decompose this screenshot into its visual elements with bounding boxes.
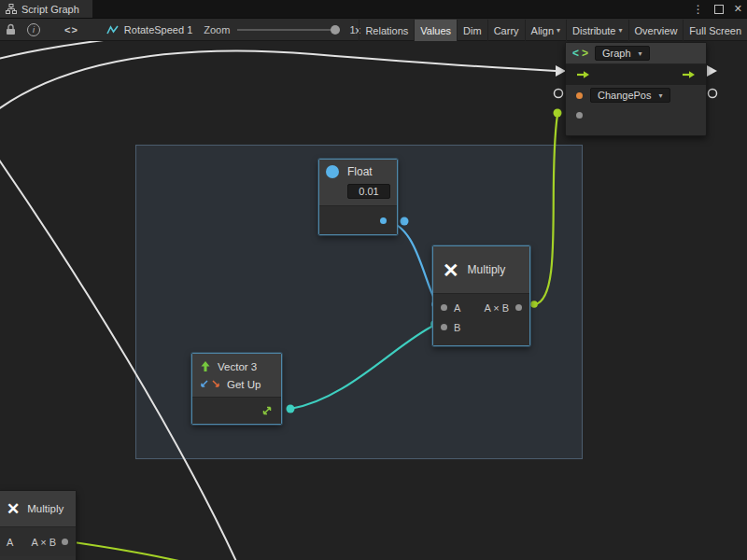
value-input-port[interactable]: [576, 112, 583, 119]
graph-scope-dropdown[interactable]: Graph ▾: [595, 46, 650, 61]
zoom-label: Zoom: [204, 24, 230, 35]
variable-name-label: ChangePos: [598, 90, 652, 101]
toolbar-left-group: i <> RotateSpeed 1 Zoom 1x: [0, 23, 360, 36]
multiply-icon: ✕: [7, 501, 20, 517]
output-label: A × B: [31, 537, 56, 548]
vector3-output-port[interactable]: [261, 405, 273, 416]
tab-title: Script Graph: [21, 4, 79, 15]
tab-script-graph[interactable]: Script Graph: [0, 0, 92, 18]
graph-scope-label: Graph: [602, 48, 631, 59]
graph-tab-icon: [6, 4, 17, 14]
multiply-node-title: Multiply: [468, 263, 506, 276]
vector3-node-header: Vector 3 Get Up: [192, 354, 281, 398]
distribute-dropdown[interactable]: Distribute▾: [566, 20, 627, 41]
input-a-label: A: [7, 537, 13, 548]
zoom-slider-knob[interactable]: [331, 25, 340, 35]
float-type-icon: [326, 165, 339, 178]
multiply2-node-header: ✕ Multiply: [0, 491, 76, 527]
variable-input-port[interactable]: [576, 92, 583, 99]
graph-toolbar: i <> RotateSpeed 1 Zoom 1x Relations Val…: [0, 18, 747, 41]
maximize-icon[interactable]: [714, 5, 724, 14]
window-controls: ⋮ ✕: [693, 0, 742, 18]
multiply-node-header: ✕ Multiply: [433, 246, 529, 294]
float-node-header: Float 0.01: [319, 160, 397, 206]
multiply2-node-title: Multiply: [27, 503, 63, 514]
title-bar: Script Graph ⋮ ✕: [0, 0, 747, 18]
distribute-label: Distribute: [572, 25, 615, 36]
get-arrow-down-left-icon: [200, 380, 208, 388]
values-label: Values: [420, 25, 451, 36]
chevron-down-icon: ▾: [557, 26, 560, 35]
wire-knob[interactable]: [287, 405, 295, 413]
unconnected-port-icon[interactable]: [555, 90, 563, 98]
fullscreen-button[interactable]: Full Screen: [683, 20, 747, 41]
up-arrow-icon: [200, 360, 211, 372]
code-icon: <: [572, 47, 579, 60]
vector3-node-ports: [192, 398, 281, 424]
lock-icon[interactable]: [6, 23, 16, 35]
code-icon[interactable]: <>: [64, 24, 78, 35]
toolbar-buttons: Relations Values Dim Carry Align▾ Distri…: [359, 20, 747, 41]
float-output-port[interactable]: [380, 217, 387, 224]
port-row-b: B: [433, 317, 529, 337]
float-value-field[interactable]: 0.01: [347, 184, 390, 199]
relations-label: Relations: [365, 25, 408, 36]
graph-variable-node[interactable]: < > Graph ▾ ChangePos ▾: [565, 42, 707, 136]
carry-label: Carry: [494, 25, 519, 36]
port-row-a: A A × B: [433, 298, 529, 317]
input-port-a[interactable]: [441, 304, 447, 311]
close-icon[interactable]: ✕: [734, 3, 742, 15]
multiply-node-body: A A × B B: [433, 294, 529, 345]
graph-breadcrumb[interactable]: RotateSpeed 1: [106, 24, 192, 35]
graph-node-value-row: [566, 105, 706, 124]
wire-knob[interactable]: [530, 301, 538, 308]
flow-in-arrow-icon[interactable]: [576, 70, 590, 79]
values-button[interactable]: Values: [414, 20, 457, 41]
overview-label: Overview: [635, 25, 678, 36]
align-dropdown[interactable]: Align▾: [525, 20, 566, 41]
variable-dropdown[interactable]: ChangePos ▾: [590, 88, 670, 103]
info-icon[interactable]: i: [27, 23, 40, 36]
output-port[interactable]: [515, 304, 522, 311]
overview-button[interactable]: Overview: [628, 20, 684, 41]
graph-canvas[interactable]: Float 0.01 ✕ Multiply A A × B: [0, 41, 747, 560]
vector3-get-up-node[interactable]: Vector 3 Get Up: [191, 353, 282, 425]
dim-label: Dim: [463, 25, 482, 36]
flow-wire-to-graph-node[interactable]: [0, 50, 556, 112]
input-port-b[interactable]: [441, 324, 447, 330]
relations-button[interactable]: Relations: [359, 20, 414, 41]
fullscreen-label: Full Screen: [689, 25, 741, 36]
float-node-title: Float: [347, 165, 373, 178]
carry-button[interactable]: Carry: [487, 20, 525, 41]
input-a-label: A: [454, 302, 460, 314]
zoom-slider[interactable]: [237, 29, 340, 31]
flow-out-arrow-icon[interactable]: [682, 70, 696, 79]
window-menu-icon[interactable]: ⋮: [693, 4, 704, 15]
dim-button[interactable]: Dim: [457, 20, 487, 41]
wire-multiply-to-changepos[interactable]: [535, 115, 557, 304]
wire-knob[interactable]: [554, 109, 562, 118]
unconnected-port-icon[interactable]: [709, 90, 717, 98]
vector3-node-title: Vector 3: [218, 361, 257, 372]
flow-wire-top-left[interactable]: [0, 41, 118, 60]
flow-output-arrow-icon: [707, 65, 717, 77]
output-label: A × B: [484, 302, 509, 314]
chevron-down-icon: ▾: [639, 49, 642, 58]
vector3-node-subtitle: Get Up: [227, 379, 261, 390]
graph-asset-icon: [106, 24, 119, 35]
wire-multiply2-output[interactable]: [67, 541, 213, 560]
float-node[interactable]: Float 0.01: [318, 159, 398, 235]
output-port[interactable]: [62, 539, 68, 545]
graph-breadcrumb-label: RotateSpeed 1: [124, 24, 192, 35]
graph-node-header: < > Graph ▾: [566, 43, 706, 64]
script-graph-window: Script Graph ⋮ ✕ i <> RotateSpeed 1 Zoom: [0, 0, 747, 560]
multiply-node-partial[interactable]: ✕ Multiply A A × B: [0, 490, 77, 560]
wire-knob[interactable]: [401, 217, 409, 226]
graph-node-variable-row: ChangePos ▾: [566, 85, 706, 105]
align-label: Align: [531, 25, 554, 36]
port-row-a: A A × B: [0, 532, 76, 552]
multiply-node[interactable]: ✕ Multiply A A × B B: [432, 245, 530, 346]
float-node-ports: [319, 206, 397, 234]
multiply2-node-body: A A × B: [0, 527, 76, 556]
wire-getup-to-multiply-b[interactable]: [290, 325, 435, 409]
